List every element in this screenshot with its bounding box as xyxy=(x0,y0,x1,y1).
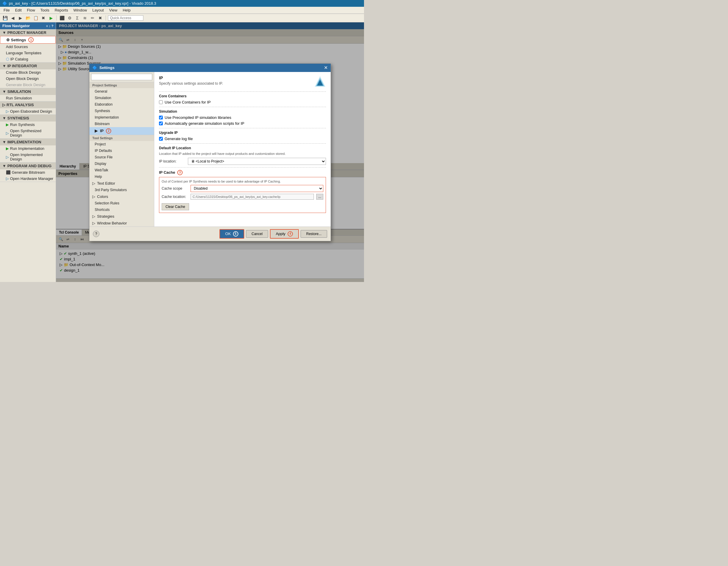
section-rtl-analysis: ▷ RTL ANALYSIS ▷ Open Elaborated Design xyxy=(0,101,56,115)
modal-footer: ? OK 5 Cancel Apply 4 Restore... xyxy=(89,227,331,241)
cache-scope-select[interactable]: Disabled xyxy=(191,185,323,192)
gear-icon: ⚙ xyxy=(6,38,10,42)
nav-colors[interactable]: ▷ Colors xyxy=(89,193,154,200)
nav-text-editor[interactable]: ▷ Text Editor xyxy=(89,180,154,187)
nav-selection-rules[interactable]: Selection Rules xyxy=(89,200,154,206)
nav-open-implemented-design[interactable]: ▷ Open Implemented Design xyxy=(0,152,56,162)
run-icon-impl: ▶ xyxy=(6,146,9,151)
cache-location-browse-button[interactable]: ... xyxy=(316,194,323,200)
nav-open-elaborated-design[interactable]: ▷ Open Elaborated Design xyxy=(0,108,56,114)
collapse-icon-rtl: ▷ xyxy=(2,103,5,107)
settings-button[interactable]: ⚙ xyxy=(66,15,73,21)
sum-button[interactable]: Σ xyxy=(74,15,81,21)
nav-bitstream[interactable]: Bitstream xyxy=(89,121,154,127)
ok-button[interactable]: OK 5 xyxy=(219,229,244,239)
menu-edit[interactable]: Edit xyxy=(13,7,24,13)
nav-implementation[interactable]: Implementation xyxy=(89,114,154,121)
ip-location-row: IP location: 🖥 <Local to Project> xyxy=(159,158,326,165)
nav-general[interactable]: General xyxy=(89,88,154,95)
core-containers-checkbox[interactable] xyxy=(159,100,163,104)
help-button[interactable]: ? xyxy=(93,231,99,237)
cache-location-input[interactable] xyxy=(191,194,314,200)
menu-window[interactable]: Window xyxy=(71,7,89,13)
core-containers-row: Use Core Containers for IP xyxy=(159,100,326,104)
undo-button[interactable]: ◀ xyxy=(9,15,16,21)
nav-elaboration[interactable]: Elaboration xyxy=(89,101,154,108)
generate-log-checkbox[interactable] xyxy=(159,137,163,141)
modal-right-panel: IP Specify various settings associated t… xyxy=(154,72,331,227)
copy-button[interactable]: 📋 xyxy=(32,15,39,21)
nav-ip-defaults[interactable]: IP Defaults xyxy=(89,147,154,154)
modal-left-nav: Project Settings General Simulation Elab… xyxy=(89,72,154,227)
section-title-synthesis[interactable]: ▼ SYNTHESIS xyxy=(0,115,56,122)
restore-button[interactable]: Restore... xyxy=(301,230,327,238)
nav-create-block-design[interactable]: Create Block Design xyxy=(0,69,56,76)
section-title-rtl[interactable]: ▷ RTL ANALYSIS xyxy=(0,101,56,108)
nav-open-synthesized-design[interactable]: ▷ Open Synthesized Design xyxy=(0,128,56,138)
section-title-simulation[interactable]: ▼ SIMULATION xyxy=(0,88,56,95)
nav-ip-catalog[interactable]: ⬡ IP Catalog xyxy=(0,56,56,62)
nav-display[interactable]: Display xyxy=(89,160,154,167)
nav-run-simulation[interactable]: Run Simulation xyxy=(0,95,56,101)
edit-button[interactable]: ✏ xyxy=(89,15,96,21)
divider-4 xyxy=(159,143,326,144)
clear-button[interactable]: ✖ xyxy=(97,15,104,21)
nav-generate-bitstream[interactable]: ⬛ Generate Bitstream xyxy=(0,169,56,175)
program-button[interactable]: ⬛ xyxy=(59,15,65,21)
menu-reports[interactable]: Reports xyxy=(52,7,70,13)
nav-webtalk[interactable]: WebTalk xyxy=(89,167,154,173)
nav-project[interactable]: Project xyxy=(89,141,154,147)
section-implementation: ▼ IMPLEMENTATION ▶ Run Implementation ▷ … xyxy=(0,139,56,163)
clear-cache-button[interactable]: Clear Cache xyxy=(162,203,189,210)
delete-button[interactable]: ✖ xyxy=(40,15,47,21)
menu-help[interactable]: Help xyxy=(120,7,133,13)
section-ip-integrator: ▼ IP INTEGRATOR Create Block Design Open… xyxy=(0,63,56,88)
nav-window-behavior[interactable]: ▷ Window Behavior xyxy=(89,220,154,227)
nav-open-block-design[interactable]: Open Block Design xyxy=(0,76,56,82)
run-button[interactable]: ▶ xyxy=(48,15,54,21)
nav-simulation[interactable]: Simulation xyxy=(89,95,154,101)
nav-source-file[interactable]: Source File xyxy=(89,154,154,160)
nav-run-implementation[interactable]: ▶ Run Implementation xyxy=(0,145,56,152)
modal-search-input[interactable] xyxy=(91,74,152,80)
nav-settings[interactable]: ⚙ Settings 1 xyxy=(0,36,56,44)
ip-active-arrow: ▶ xyxy=(95,129,98,133)
nav-generate-block-design[interactable]: Generate Block Design xyxy=(0,82,56,88)
annotation-5: 5 xyxy=(233,231,238,237)
annotation-3: 3 xyxy=(177,170,183,175)
nav-strategies[interactable]: ▷ Strategies xyxy=(89,213,154,220)
modal-close-button[interactable]: ✕ xyxy=(324,65,328,70)
open-button[interactable]: 📂 xyxy=(25,15,31,21)
ip-location-select[interactable]: 🖥 <Local to Project> xyxy=(188,158,326,165)
flow-nav-title: Flow Navigator xyxy=(2,24,30,28)
flow1-button[interactable]: ≋ xyxy=(82,15,88,21)
cancel-button[interactable]: Cancel xyxy=(246,230,268,238)
menu-view[interactable]: View xyxy=(107,7,120,13)
nav-help[interactable]: Help xyxy=(89,173,154,180)
nav-3rd-party[interactable]: 3rd Party Simulators xyxy=(89,187,154,193)
sim-autogenerate-label: Automatically generate simulation script… xyxy=(165,121,244,126)
nav-synthesis[interactable]: Synthesis xyxy=(89,108,154,114)
ip-icon: ⬡ xyxy=(6,57,9,61)
sim-autogenerate-checkbox[interactable] xyxy=(159,122,163,125)
nav-open-hardware-manager[interactable]: ▷ Open Hardware Manager xyxy=(0,175,56,182)
nav-add-sources[interactable]: Add Sources xyxy=(0,44,56,50)
quick-access-input[interactable] xyxy=(108,15,143,21)
nav-run-synthesis[interactable]: ▶ Run Synthesis xyxy=(0,122,56,128)
section-title-project-manager[interactable]: ▼ PROJECT MANAGER xyxy=(0,29,56,36)
menu-tools[interactable]: Tools xyxy=(38,7,52,13)
menu-file[interactable]: File xyxy=(1,7,12,13)
redo-button[interactable]: ▶ xyxy=(17,15,24,21)
menu-flow[interactable]: Flow xyxy=(24,7,37,13)
nav-ip[interactable]: ▶ IP 2 xyxy=(89,127,154,135)
nav-shortcuts[interactable]: Shortcuts xyxy=(89,206,154,213)
nav-language-templates[interactable]: Language Templates xyxy=(0,50,56,56)
section-title-impl[interactable]: ▼ IMPLEMENTATION xyxy=(0,139,56,145)
apply-button[interactable]: Apply 4 xyxy=(270,229,299,239)
sim-precompiled-checkbox[interactable] xyxy=(159,116,163,119)
menu-layout[interactable]: Layout xyxy=(90,7,106,13)
section-title-ip-integrator[interactable]: ▼ IP INTEGRATOR xyxy=(0,63,56,69)
section-title-prog[interactable]: ▼ PROGRAM AND DEBUG xyxy=(0,163,56,169)
ip-cache-section: Out of Context per IP Synthesis needs to… xyxy=(159,177,326,213)
save-button[interactable]: 💾 xyxy=(2,15,8,21)
